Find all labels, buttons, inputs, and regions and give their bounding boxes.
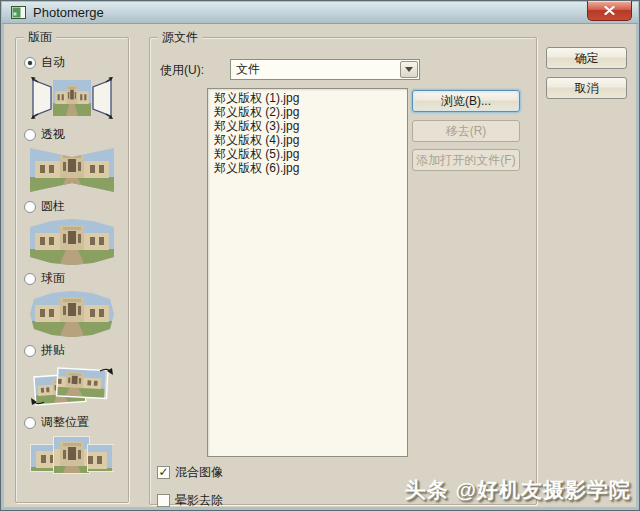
file-action-buttons: 浏览(B)...移去(R)添加打开的文件(F) [412, 90, 520, 179]
layout-radio-label: 自动 [41, 54, 65, 71]
cancel-button[interactable]: 取消 [546, 77, 627, 99]
radio-icon[interactable] [24, 345, 36, 357]
layout-radio-cylindrical[interactable]: 圆柱 [24, 198, 124, 215]
checkbox-label: 混合图像 [175, 464, 223, 481]
close-button[interactable] [587, 1, 632, 21]
layout-thumbnail-spherical[interactable] [30, 290, 114, 338]
use-row: 使用(U): 文件 [160, 62, 220, 79]
source-files-group: 源文件 使用(U): 文件 郑义版权 (1).jpg郑义版权 (2).jpg郑义… [149, 37, 537, 505]
dialog-buttons: 确定取消 [546, 47, 627, 107]
use-label: 使用(U): [160, 62, 220, 79]
radio-icon[interactable] [24, 273, 36, 285]
radio-icon[interactable] [24, 129, 36, 141]
chevron-down-icon [405, 67, 413, 72]
radio-icon[interactable] [24, 57, 36, 69]
checkbox-label: 晕影去除 [175, 492, 223, 509]
layout-radio-label: 拼贴 [41, 342, 65, 359]
add-open-files-button: 添加打开的文件(F) [412, 149, 520, 171]
file-list-item[interactable]: 郑义版权 (5).jpg [208, 147, 407, 161]
file-list-item[interactable]: 郑义版权 (6).jpg [208, 161, 407, 175]
checkbox-icon[interactable] [157, 494, 170, 507]
file-list-item[interactable]: 郑义版权 (1).jpg [208, 91, 407, 105]
layout-thumbnail-cylindrical[interactable] [30, 218, 114, 266]
layout-radio-label: 调整位置 [41, 414, 89, 431]
checkbox-icon[interactable]: ✓ [157, 466, 170, 479]
blend-images-checkbox-row[interactable]: ✓混合图像 [157, 464, 223, 481]
title-bar[interactable]: Photomerge [2, 2, 638, 24]
window-title: Photomerge [33, 5, 104, 20]
layout-thumbnail-perspective[interactable] [30, 146, 114, 194]
source-group-label: 源文件 [158, 30, 202, 44]
app-icon [11, 6, 26, 19]
layout-radio-label: 球面 [41, 270, 65, 287]
options-checkboxes: ✓混合图像晕影去除 [157, 464, 223, 511]
file-list-item[interactable]: 郑义版权 (2).jpg [208, 105, 407, 119]
close-icon [604, 6, 615, 15]
remove-button: 移去(R) [412, 120, 520, 142]
file-list-item[interactable]: 郑义版权 (3).jpg [208, 119, 407, 133]
layout-radio-spherical[interactable]: 球面 [24, 270, 124, 287]
layout-radio-label: 圆柱 [41, 198, 65, 215]
layout-radio-auto[interactable]: 自动 [24, 54, 124, 71]
layout-thumbnail-auto[interactable] [30, 74, 114, 122]
radio-icon[interactable] [24, 201, 36, 213]
layout-radio-reposition[interactable]: 调整位置 [24, 414, 124, 431]
layout-group: 版面 自动透视圆柱球面拼贴调整位置 [15, 37, 129, 503]
combobox-dropdown-button[interactable] [400, 61, 418, 78]
layout-thumbnail-reposition[interactable] [30, 434, 114, 482]
file-list-item[interactable]: 郑义版权 (4).jpg [208, 133, 407, 147]
layout-radio-collage[interactable]: 拼贴 [24, 342, 124, 359]
layout-options: 自动透视圆柱球面拼贴调整位置 [24, 50, 124, 486]
source-file-list[interactable]: 郑义版权 (1).jpg郑义版权 (2).jpg郑义版权 (3).jpg郑义版权… [207, 88, 408, 457]
photomerge-dialog: Photomerge 版面 自动透视圆柱球面拼贴调整位置 源文件 使用(U): … [0, 0, 640, 511]
vignette-removal-checkbox-row[interactable]: 晕影去除 [157, 492, 223, 509]
layout-thumbnail-collage[interactable] [30, 362, 114, 410]
layout-radio-perspective[interactable]: 透视 [24, 126, 124, 143]
radio-icon[interactable] [24, 417, 36, 429]
layout-group-label: 版面 [24, 30, 56, 44]
use-combobox[interactable]: 文件 [230, 59, 420, 80]
use-combobox-value: 文件 [231, 61, 400, 78]
browse-button[interactable]: 浏览(B)... [412, 90, 520, 112]
ok-button[interactable]: 确定 [546, 47, 627, 69]
layout-radio-label: 透视 [41, 126, 65, 143]
